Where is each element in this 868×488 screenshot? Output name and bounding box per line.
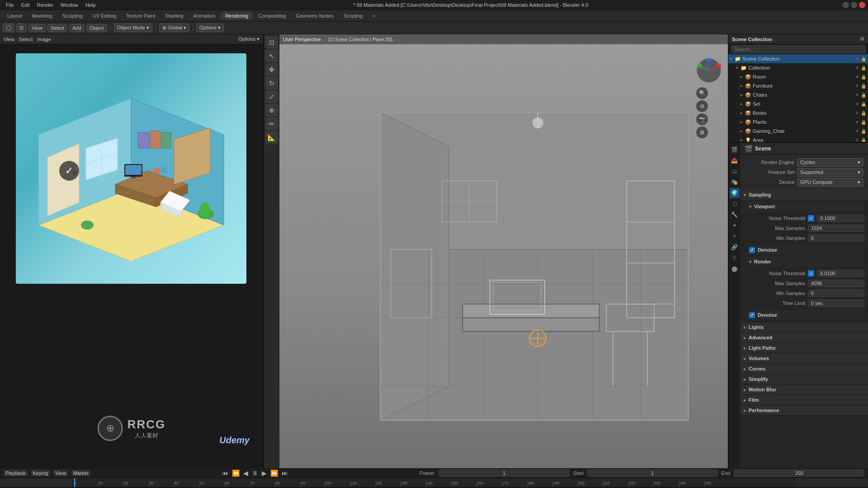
tool-scale[interactable]: ⤢: [265, 90, 278, 103]
tab-layout[interactable]: Layout: [3, 12, 27, 20]
device-dropdown[interactable]: GPU Compute ▾: [797, 178, 863, 187]
menu-render[interactable]: Render: [34, 1, 57, 9]
toolbar-add[interactable]: Add: [69, 24, 85, 32]
tool-annotate[interactable]: ✏: [265, 117, 278, 130]
toolbar-view[interactable]: View: [28, 24, 46, 32]
feature-set-dropdown[interactable]: Supported ▾: [797, 168, 863, 177]
step-back[interactable]: ⏪: [232, 469, 240, 477]
tab-scripting[interactable]: Scripting: [339, 12, 367, 20]
outliner-filter-icon[interactable]: ⚙: [860, 36, 864, 42]
tab-geometry-nodes[interactable]: Geometry Nodes: [291, 12, 338, 20]
left-header-select[interactable]: Select: [19, 37, 33, 42]
tab-texture-paint[interactable]: Texture Paint: [122, 12, 160, 20]
denoise-render-checkbox[interactable]: ✓: [749, 312, 755, 318]
simplify-header[interactable]: ▸ Simplify: [740, 374, 868, 384]
light-paths-header[interactable]: ▸ Light Paths: [740, 343, 868, 353]
nav-gizmo[interactable]: X Y Z: [696, 58, 722, 83]
outliner-item-chairs[interactable]: ▸ 📦 Chairs 👁 🔒: [728, 90, 868, 99]
tab-add[interactable]: +: [368, 12, 380, 20]
tool-move[interactable]: ✥: [265, 63, 278, 76]
start-frame-input[interactable]: 1: [587, 469, 718, 477]
toolbar-global[interactable]: ⊕ Global ▾: [159, 23, 189, 32]
viewport-noise-checkbox[interactable]: ✓: [808, 215, 814, 221]
sampling-header[interactable]: ▾ Sampling: [740, 190, 868, 200]
menu-help[interactable]: Help: [82, 1, 99, 9]
toolbar-select-menu[interactable]: Select: [47, 24, 68, 32]
outliner-item-collection[interactable]: ▾ 📁 Collection 👁 🔒: [728, 63, 868, 72]
advanced-header[interactable]: ▸ Advanced: [740, 333, 868, 343]
performance-header[interactable]: ▸ Performance: [740, 405, 868, 415]
maximize-button[interactable]: [851, 2, 857, 8]
marker-label[interactable]: Marker: [71, 470, 90, 476]
render-max-value[interactable]: 4096: [808, 280, 864, 287]
prop-icon-modifiers[interactable]: 🔧: [730, 210, 740, 220]
prop-icon-output[interactable]: 📤: [730, 155, 740, 165]
denoise-viewport-header[interactable]: ✓ Denoise: [747, 245, 864, 255]
tab-modeling[interactable]: Modeling: [28, 12, 57, 20]
outliner-item-scene-collection[interactable]: ▾ 📁 Scene Collection 👁 🔒: [728, 54, 868, 63]
viewport-3d[interactable]: X Y Z 🔍 ⊖ 📷 ⊞: [279, 44, 728, 468]
viewport-sub-header[interactable]: ▾ Viewport: [747, 202, 864, 211]
play-forward[interactable]: ▶: [262, 469, 267, 477]
zoom-out-button[interactable]: ⊖: [696, 100, 708, 112]
current-frame-input[interactable]: 1: [439, 469, 570, 477]
close-button[interactable]: [859, 2, 865, 8]
tab-shading[interactable]: Shading: [160, 12, 188, 20]
zoom-in-button[interactable]: 🔍: [696, 87, 708, 99]
tool-transform[interactable]: ⊕: [265, 104, 278, 117]
render-noise-value[interactable]: 0.0100: [817, 270, 864, 277]
prop-icon-material[interactable]: ⬤: [730, 264, 740, 274]
render-engine-dropdown[interactable]: Cycles ▾: [797, 158, 863, 167]
render-sub-header[interactable]: ▾ Render: [747, 257, 864, 267]
play-back[interactable]: ◀: [243, 469, 248, 477]
prop-icon-world[interactable]: 🌍: [730, 188, 740, 198]
viewport-noise-value[interactable]: 0.1000: [817, 215, 864, 222]
render-time-value[interactable]: 0 sec: [808, 300, 864, 307]
skip-to-start[interactable]: ⏮: [222, 469, 228, 477]
playback-label[interactable]: Playback: [4, 470, 28, 476]
viewport-max-value[interactable]: 1024: [808, 225, 864, 232]
end-frame-input[interactable]: 250: [734, 469, 864, 477]
tool-rotate[interactable]: ↻: [265, 77, 278, 89]
tool-cursor[interactable]: ↖: [265, 50, 278, 62]
skip-to-end[interactable]: ⏭: [282, 469, 288, 477]
prop-icon-render[interactable]: 🎬: [730, 145, 740, 155]
prop-icon-view-layer[interactable]: 🗂: [730, 166, 740, 176]
viewport-min-value[interactable]: 0: [808, 235, 864, 242]
minimize-button[interactable]: [843, 2, 849, 8]
render-noise-checkbox[interactable]: ✓: [808, 270, 814, 277]
left-header-options[interactable]: Options ▾: [238, 36, 259, 42]
left-header-image[interactable]: Image: [37, 37, 51, 42]
view-label[interactable]: View: [53, 470, 68, 476]
tool-select[interactable]: ⊡: [265, 36, 278, 49]
toolbar-object[interactable]: Object: [86, 24, 107, 32]
toolbar-select[interactable]: ⊡: [16, 23, 27, 32]
outliner-item-gaming-chair[interactable]: ▸ 📦 Gaming_Chair 👁 🔒: [728, 127, 868, 136]
tab-animation[interactable]: Animation: [189, 12, 220, 20]
tab-rendering[interactable]: Rendering: [221, 12, 253, 20]
menu-window[interactable]: Window: [57, 1, 81, 9]
tab-uv-editing[interactable]: UV Editing: [88, 12, 121, 20]
prop-icon-data[interactable]: ▽: [730, 253, 740, 263]
outliner-item-room[interactable]: ▸ 📦 Room 👁 🔒: [728, 72, 868, 81]
outliner-item-furniture[interactable]: ▸ 📦 Furniture 👁 🔒: [728, 81, 868, 90]
outliner-item-plants[interactable]: ▸ 📦 Plants 👁 🔒: [728, 117, 868, 127]
prop-icon-physics[interactable]: ⚛: [730, 231, 740, 241]
motion-blur-header[interactable]: ▸ Motion Blur: [740, 385, 868, 394]
menu-edit[interactable]: Edit: [18, 1, 33, 9]
keying-label[interactable]: Keying: [31, 470, 50, 476]
menu-file[interactable]: File: [3, 1, 17, 9]
play-pause[interactable]: ⏸: [252, 469, 258, 477]
tab-sculpting[interactable]: Sculpting: [58, 12, 87, 20]
tool-measure[interactable]: 📐: [265, 131, 278, 144]
denoise-render-header[interactable]: ✓ Denoise: [747, 310, 864, 320]
film-header[interactable]: ▸ Film: [740, 395, 868, 405]
render-min-value[interactable]: 0: [808, 290, 864, 297]
lights-header[interactable]: ▸ Lights: [740, 322, 868, 332]
curves-header[interactable]: ▸ Curves: [740, 364, 868, 374]
prop-icon-particles[interactable]: ✦: [730, 221, 740, 230]
outliner-item-set[interactable]: ▸ 📦 Set 👁 🔒: [728, 99, 868, 108]
prop-icon-constraints[interactable]: 🔗: [730, 242, 740, 252]
toolbar-interact[interactable]: ◯: [3, 23, 14, 32]
step-forward[interactable]: ⏩: [270, 469, 278, 477]
